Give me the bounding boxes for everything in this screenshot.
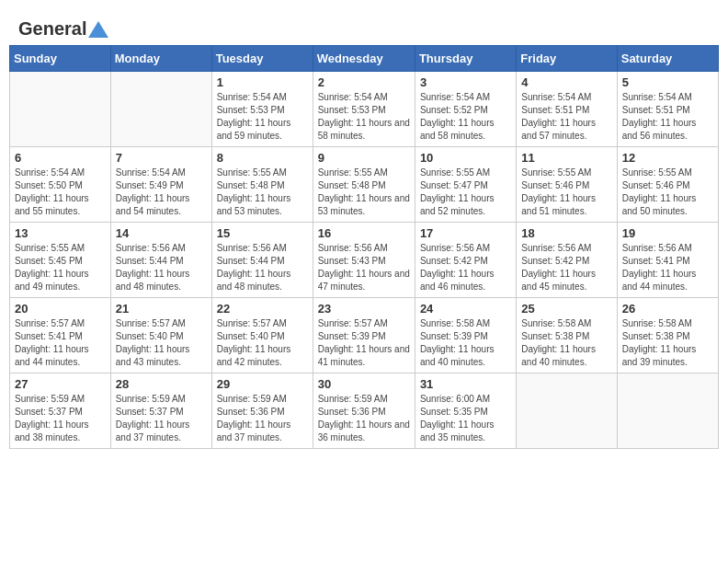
day-cell: 29Sunrise: 5:59 AM Sunset: 5:36 PM Dayli… xyxy=(211,373,313,449)
day-number: 23 xyxy=(318,302,410,316)
logo-icon xyxy=(88,21,108,38)
day-number: 2 xyxy=(318,75,410,89)
week-row-1: 1Sunrise: 5:54 AM Sunset: 5:53 PM Daylig… xyxy=(10,72,719,147)
day-detail: Sunrise: 5:54 AM Sunset: 5:51 PM Dayligh… xyxy=(622,91,713,143)
day-cell: 11Sunrise: 5:55 AM Sunset: 5:46 PM Dayli… xyxy=(517,147,617,223)
day-detail: Sunrise: 5:59 AM Sunset: 5:36 PM Dayligh… xyxy=(217,393,308,444)
day-cell: 6Sunrise: 5:54 AM Sunset: 5:50 PM Daylig… xyxy=(10,147,111,223)
day-number: 7 xyxy=(116,151,207,165)
day-number: 14 xyxy=(116,226,207,240)
day-cell: 1Sunrise: 5:54 AM Sunset: 5:53 PM Daylig… xyxy=(211,72,313,147)
day-cell: 17Sunrise: 5:56 AM Sunset: 5:42 PM Dayli… xyxy=(415,223,516,298)
day-cell: 5Sunrise: 5:54 AM Sunset: 5:51 PM Daylig… xyxy=(617,72,718,147)
day-detail: Sunrise: 5:58 AM Sunset: 5:38 PM Dayligh… xyxy=(521,317,611,369)
weekday-header-row: SundayMondayTuesdayWednesdayThursdayFrid… xyxy=(10,46,719,72)
day-number: 18 xyxy=(521,226,611,240)
day-cell: 10Sunrise: 5:55 AM Sunset: 5:47 PM Dayli… xyxy=(415,147,516,223)
day-number: 28 xyxy=(116,377,207,391)
day-detail: Sunrise: 5:55 AM Sunset: 5:48 PM Dayligh… xyxy=(318,167,410,218)
day-cell xyxy=(10,72,111,147)
day-detail: Sunrise: 5:57 AM Sunset: 5:41 PM Dayligh… xyxy=(15,317,106,369)
week-row-5: 27Sunrise: 5:59 AM Sunset: 5:37 PM Dayli… xyxy=(10,373,719,449)
weekday-header-monday: Monday xyxy=(110,46,211,72)
week-row-2: 6Sunrise: 5:54 AM Sunset: 5:50 PM Daylig… xyxy=(10,147,719,223)
day-detail: Sunrise: 5:58 AM Sunset: 5:39 PM Dayligh… xyxy=(420,317,511,369)
day-cell xyxy=(617,373,718,449)
day-number: 24 xyxy=(420,302,511,316)
day-detail: Sunrise: 5:54 AM Sunset: 5:52 PM Dayligh… xyxy=(420,91,511,143)
day-detail: Sunrise: 5:54 AM Sunset: 5:53 PM Dayligh… xyxy=(217,91,308,143)
weekday-header-wednesday: Wednesday xyxy=(313,46,415,72)
day-detail: Sunrise: 5:57 AM Sunset: 5:40 PM Dayligh… xyxy=(217,317,308,369)
day-detail: Sunrise: 5:57 AM Sunset: 5:39 PM Dayligh… xyxy=(318,317,410,369)
day-detail: Sunrise: 5:56 AM Sunset: 5:41 PM Dayligh… xyxy=(622,242,713,293)
header: General xyxy=(9,9,719,40)
day-cell: 8Sunrise: 5:55 AM Sunset: 5:48 PM Daylig… xyxy=(211,147,313,223)
day-detail: Sunrise: 5:56 AM Sunset: 5:44 PM Dayligh… xyxy=(116,242,207,293)
day-detail: Sunrise: 5:54 AM Sunset: 5:51 PM Dayligh… xyxy=(521,91,611,143)
logo-general-text: General xyxy=(18,18,86,40)
day-detail: Sunrise: 5:55 AM Sunset: 5:46 PM Dayligh… xyxy=(521,167,611,218)
week-row-4: 20Sunrise: 5:57 AM Sunset: 5:41 PM Dayli… xyxy=(10,298,719,373)
day-cell: 3Sunrise: 5:54 AM Sunset: 5:52 PM Daylig… xyxy=(415,72,516,147)
day-detail: Sunrise: 5:54 AM Sunset: 5:53 PM Dayligh… xyxy=(318,91,410,143)
day-detail: Sunrise: 5:56 AM Sunset: 5:43 PM Dayligh… xyxy=(318,242,410,293)
day-number: 1 xyxy=(217,75,308,89)
day-cell: 18Sunrise: 5:56 AM Sunset: 5:42 PM Dayli… xyxy=(517,223,617,298)
day-number: 25 xyxy=(521,302,611,316)
day-detail: Sunrise: 5:59 AM Sunset: 5:37 PM Dayligh… xyxy=(116,393,207,444)
day-cell: 12Sunrise: 5:55 AM Sunset: 5:46 PM Dayli… xyxy=(617,147,718,223)
day-cell: 9Sunrise: 5:55 AM Sunset: 5:48 PM Daylig… xyxy=(313,147,415,223)
svg-marker-0 xyxy=(88,21,108,38)
day-number: 11 xyxy=(521,151,611,165)
day-cell: 16Sunrise: 5:56 AM Sunset: 5:43 PM Dayli… xyxy=(313,223,415,298)
day-number: 9 xyxy=(318,151,410,165)
day-number: 4 xyxy=(521,75,611,89)
day-number: 6 xyxy=(15,151,106,165)
day-number: 16 xyxy=(318,226,410,240)
day-number: 22 xyxy=(217,302,308,316)
day-number: 21 xyxy=(116,302,207,316)
day-cell: 26Sunrise: 5:58 AM Sunset: 5:38 PM Dayli… xyxy=(617,298,718,373)
day-number: 3 xyxy=(420,75,511,89)
day-cell: 7Sunrise: 5:54 AM Sunset: 5:49 PM Daylig… xyxy=(110,147,211,223)
day-detail: Sunrise: 5:54 AM Sunset: 5:50 PM Dayligh… xyxy=(15,167,106,218)
day-number: 27 xyxy=(15,377,106,391)
day-cell: 15Sunrise: 5:56 AM Sunset: 5:44 PM Dayli… xyxy=(211,223,313,298)
day-cell xyxy=(110,72,211,147)
weekday-header-saturday: Saturday xyxy=(617,46,718,72)
day-cell: 4Sunrise: 5:54 AM Sunset: 5:51 PM Daylig… xyxy=(517,72,617,147)
day-cell: 14Sunrise: 5:56 AM Sunset: 5:44 PM Dayli… xyxy=(110,223,211,298)
day-number: 13 xyxy=(15,226,106,240)
day-number: 15 xyxy=(217,226,308,240)
logo: General xyxy=(18,18,108,36)
day-cell: 13Sunrise: 5:55 AM Sunset: 5:45 PM Dayli… xyxy=(10,223,111,298)
day-detail: Sunrise: 5:54 AM Sunset: 5:49 PM Dayligh… xyxy=(116,167,207,218)
day-cell: 19Sunrise: 5:56 AM Sunset: 5:41 PM Dayli… xyxy=(617,223,718,298)
day-detail: Sunrise: 5:55 AM Sunset: 5:45 PM Dayligh… xyxy=(15,242,106,293)
day-number: 20 xyxy=(15,302,106,316)
day-detail: Sunrise: 5:59 AM Sunset: 5:36 PM Dayligh… xyxy=(318,393,410,444)
day-cell xyxy=(517,373,617,449)
week-row-3: 13Sunrise: 5:55 AM Sunset: 5:45 PM Dayli… xyxy=(10,223,719,298)
day-number: 12 xyxy=(622,151,713,165)
calendar: SundayMondayTuesdayWednesdayThursdayFrid… xyxy=(9,45,719,449)
day-cell: 22Sunrise: 5:57 AM Sunset: 5:40 PM Dayli… xyxy=(211,298,313,373)
day-detail: Sunrise: 5:59 AM Sunset: 5:37 PM Dayligh… xyxy=(15,393,106,444)
day-detail: Sunrise: 5:56 AM Sunset: 5:42 PM Dayligh… xyxy=(420,242,511,293)
day-detail: Sunrise: 5:56 AM Sunset: 5:44 PM Dayligh… xyxy=(217,242,308,293)
day-number: 30 xyxy=(318,377,410,391)
day-number: 10 xyxy=(420,151,511,165)
day-cell: 23Sunrise: 5:57 AM Sunset: 5:39 PM Dayli… xyxy=(313,298,415,373)
day-cell: 31Sunrise: 6:00 AM Sunset: 5:35 PM Dayli… xyxy=(415,373,516,449)
weekday-header-friday: Friday xyxy=(517,46,617,72)
day-cell: 30Sunrise: 5:59 AM Sunset: 5:36 PM Dayli… xyxy=(313,373,415,449)
day-detail: Sunrise: 5:55 AM Sunset: 5:48 PM Dayligh… xyxy=(217,167,308,218)
day-number: 29 xyxy=(217,377,308,391)
day-cell: 21Sunrise: 5:57 AM Sunset: 5:40 PM Dayli… xyxy=(110,298,211,373)
day-number: 19 xyxy=(622,226,713,240)
day-detail: Sunrise: 5:56 AM Sunset: 5:42 PM Dayligh… xyxy=(521,242,611,293)
day-cell: 2Sunrise: 5:54 AM Sunset: 5:53 PM Daylig… xyxy=(313,72,415,147)
day-cell: 28Sunrise: 5:59 AM Sunset: 5:37 PM Dayli… xyxy=(110,373,211,449)
day-detail: Sunrise: 5:55 AM Sunset: 5:47 PM Dayligh… xyxy=(420,167,511,218)
